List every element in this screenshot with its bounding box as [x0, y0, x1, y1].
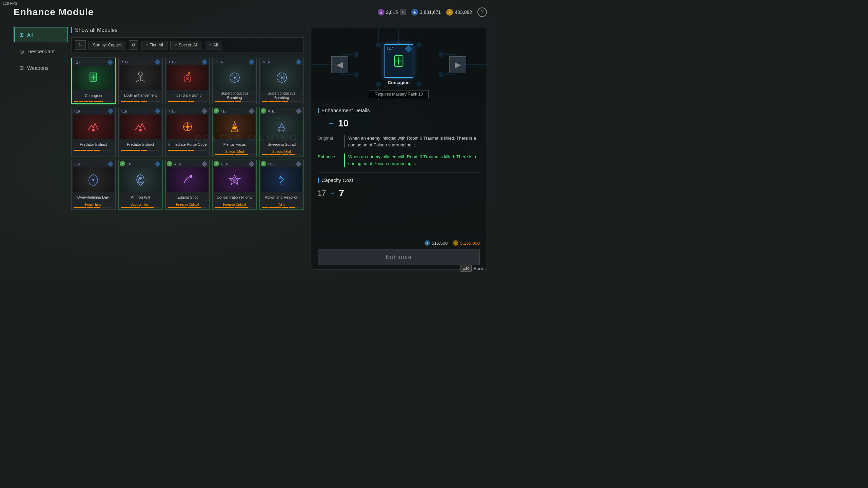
cap-dots-10 [262, 154, 301, 155]
socket-filter-button[interactable]: ≡ Socket: All [170, 41, 202, 49]
svg-rect-45 [439, 52, 442, 57]
module-card-predator-1[interactable]: I 16 Predator Instinct [71, 107, 116, 157]
card-name-14: Concentration Priority [214, 193, 255, 202]
svg-point-10 [234, 77, 236, 79]
capacity-section-title: Capacity Cost [318, 177, 480, 183]
cap-dots-14 [215, 207, 254, 208]
module-card-mental-focus[interactable]: ✓ I 16 Mental Focus Special Mo [212, 107, 257, 157]
next-module-button[interactable]: ▶ [449, 56, 466, 73]
svg-rect-39 [355, 72, 358, 77]
module-card-iron-will[interactable]: ✓ I 16 An Iron Will Support Te [118, 160, 163, 210]
module-card-contagion[interactable]: I 17 Contagion [71, 58, 116, 104]
purple-add-button[interactable]: + [400, 9, 406, 15]
svg-point-7 [186, 77, 189, 80]
rank-icon-7: I [121, 109, 122, 113]
socket-filter-label: Socket: All [179, 43, 198, 47]
rank-icon-9: I [221, 109, 222, 113]
svg-point-14 [92, 129, 95, 131]
sidebar-item-descendant[interactable]: ◎ Descendant [14, 44, 68, 59]
svg-marker-23 [278, 123, 285, 130]
card-rank-7: I 16 [121, 109, 127, 113]
rank-icon-2: ∧ [121, 60, 124, 64]
refresh-button[interactable]: ↺ [129, 40, 138, 50]
sidebar-item-weapons[interactable]: ⊠ Weapons [14, 60, 68, 76]
cap-dots-4 [215, 101, 254, 102]
enhance-button[interactable]: Enhance [318, 249, 480, 265]
card-name-1: Contagion [73, 92, 114, 100]
module-card-action-reaction[interactable]: ✓ I 16 Action and Reaction ATK [259, 160, 304, 210]
card-top-6: I 16 [73, 108, 114, 114]
module-card-incendiary-bomb[interactable]: ∧ 16 Incendiary Bomb [165, 58, 210, 104]
diamond-2 [155, 59, 160, 65]
tier-filter-button[interactable]: ≡ Tier: All [141, 41, 167, 49]
card-top-7: I 16 [120, 108, 161, 114]
diamond-9 [249, 108, 255, 114]
card-subtype-10: Special Mod [261, 150, 302, 154]
card-rank-14: ∧ 16 [221, 162, 228, 166]
card-name-13: Edging Shot [167, 193, 208, 202]
svg-text:♥: ♥ [92, 178, 95, 182]
socket-layers-icon: ≡ [175, 43, 177, 47]
level-display: — → 10 [318, 118, 480, 129]
right-panel: ◀ I 17 Contagion ▶ [311, 27, 487, 270]
card-top-10: ✕ 16 [261, 108, 302, 114]
body-enhancement-svg [132, 69, 149, 86]
card-top-3: ∧ 16 [167, 59, 208, 65]
svg-rect-46 [439, 72, 442, 77]
fps-counter: 129 FPS [3, 1, 17, 5]
all-filter-label: All [213, 43, 218, 47]
cap-dots-13 [168, 207, 208, 208]
cap-dots-11 [74, 207, 113, 208]
module-card-superconductive-1[interactable]: ✕ 16 Superconductive Bombing [212, 58, 257, 104]
rank-value-4: 16 [219, 60, 223, 64]
prev-module-button[interactable]: ◀ [331, 56, 348, 73]
enhance-label: Enhance [318, 154, 339, 159]
diamond-4 [249, 59, 255, 65]
sort-direction-button[interactable]: ⇅ [75, 40, 86, 50]
svg-rect-53 [376, 43, 381, 47]
sidebar-item-all[interactable]: ⊞ All [14, 27, 68, 42]
svg-point-19 [186, 125, 189, 128]
module-card-body-enhancement[interactable]: ∧ 17 Body Enhancement [118, 58, 163, 104]
module-card-edging-shot[interactable]: ✓ ∧ 16 Edging Shot Firearm Cri [165, 160, 210, 210]
module-card-sweeping-squad[interactable]: ✓ ✕ 16 Sweeping Squad [259, 107, 304, 157]
module-card-predator-2[interactable]: I 16 Predator Instinct [118, 107, 163, 157]
svg-rect-55 [417, 43, 421, 47]
help-button[interactable]: ? [477, 7, 487, 17]
filter-bar: ⇅ Sort by: Capacit ↺ ≡ Tier: All ≡ Socke… [71, 37, 304, 53]
descendant-icon: ◎ [19, 48, 24, 55]
module-card-concentration-priority[interactable]: ✓ ∧ 16 Concentration Priority Firearm Cr… [212, 160, 257, 210]
tier-filter-label: Tier: All [150, 43, 163, 47]
rank-icon-13: ∧ [174, 162, 176, 166]
card-name-11: Overwhelming DEF [73, 193, 114, 202]
blue-currency-icon: ◆ [411, 9, 418, 16]
original-label: Original [318, 135, 339, 141]
card-rank-15: I 16 [268, 162, 274, 166]
capacity-title-text: Capacity Cost [321, 177, 353, 183]
card-rank-4: ✕ 16 [215, 60, 223, 64]
rank-icon-10: ✕ [268, 109, 271, 113]
card-top-13: ∧ 16 [167, 161, 208, 167]
module-grid: I 17 Contagion [71, 58, 304, 210]
diamond-15 [296, 161, 302, 167]
rank-value-13: 16 [177, 162, 181, 166]
gold-cost-icon: ● [453, 240, 458, 246]
diamond-14 [249, 161, 255, 167]
card-top-14: ∧ 16 [214, 161, 255, 167]
all-filter-button[interactable]: ≡ All [205, 41, 222, 49]
card-image-9 [214, 115, 255, 139]
module-card-superconductive-2[interactable]: ✕ 16 Superconductive Bombing [259, 58, 304, 104]
svg-point-13 [281, 77, 283, 79]
cap-new-value: 7 [339, 188, 344, 199]
crystal-cost-value: 515,500 [432, 241, 448, 246]
rank-value-6: 16 [76, 109, 80, 113]
rank-icon-6: I [74, 109, 75, 113]
card-name-2: Body Enhancement [120, 91, 161, 100]
card-top-9: I 16 [214, 108, 255, 114]
original-text: When an enemy inflicted with Room 0 Trau… [344, 135, 480, 148]
back-label: Back [474, 266, 484, 271]
blue-currency: ◆ 3,831,671 [411, 9, 441, 16]
module-card-immediate-purge[interactable]: ∧ 16 Immediate Purge Code [165, 107, 210, 157]
module-card-overwhelming-def[interactable]: I 16 ♥ Overwhelming DEF Final Hand [71, 160, 116, 210]
card-top-15: I 16 [261, 161, 302, 167]
